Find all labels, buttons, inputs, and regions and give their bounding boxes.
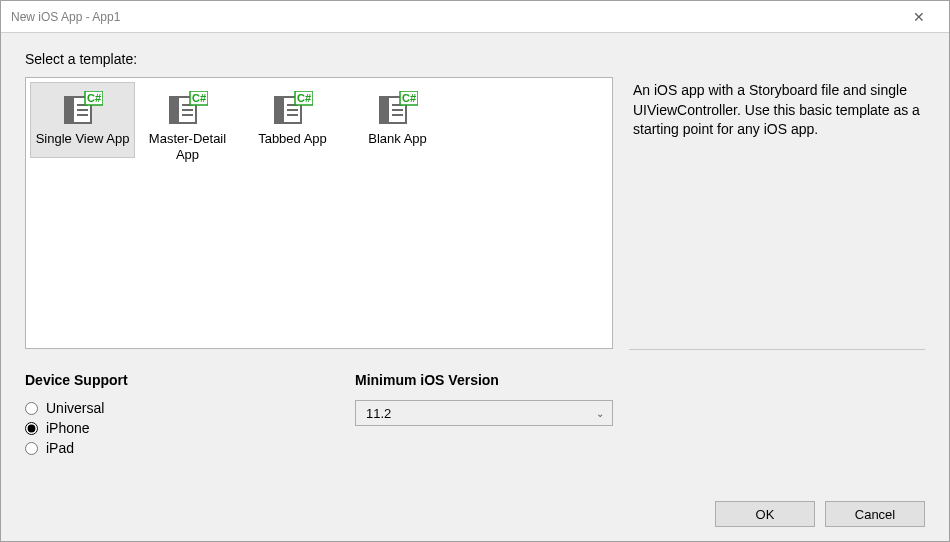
ok-button-label: OK <box>756 507 775 522</box>
dialog-window: New iOS App - App1 ✕ Select a template: … <box>0 0 950 542</box>
template-item[interactable]: C# Master-Detail App <box>135 82 240 175</box>
svg-text:C#: C# <box>86 92 100 104</box>
divider <box>629 349 925 350</box>
csharp-template-icon: C# <box>63 91 103 125</box>
template-item[interactable]: C# Blank App <box>345 82 450 158</box>
template-description: An iOS app with a Storyboard file and si… <box>633 81 925 140</box>
csharp-template-icon: C# <box>63 91 103 125</box>
csharp-template-icon: C# <box>273 91 313 125</box>
min-version-section: Minimum iOS Version 11.2 ⌄ <box>355 372 625 460</box>
main-row: C# Single View App C# Master-Detail App … <box>25 77 925 349</box>
device-support-section: Device Support UniversaliPhoneiPad <box>25 372 315 460</box>
svg-rect-1 <box>65 97 74 123</box>
template-label: Single View App <box>35 131 130 147</box>
device-radio-input[interactable] <box>25 442 38 455</box>
template-label: Tabbed App <box>245 131 340 147</box>
svg-rect-8 <box>170 97 179 123</box>
device-radio-group: UniversaliPhoneiPad <box>25 400 315 460</box>
device-radio-label: iPad <box>46 440 74 456</box>
device-radio-label: iPhone <box>46 420 90 436</box>
csharp-template-icon: C# <box>168 91 208 125</box>
svg-text:C#: C# <box>191 92 205 104</box>
device-radio-input[interactable] <box>25 422 38 435</box>
dialog-content: Select a template: C# Single View App C#… <box>1 33 949 541</box>
template-item[interactable]: C# Single View App <box>30 82 135 158</box>
device-radio-label: Universal <box>46 400 104 416</box>
csharp-template-icon: C# <box>168 91 208 125</box>
min-version-heading: Minimum iOS Version <box>355 372 625 388</box>
csharp-template-icon: C# <box>378 91 418 125</box>
close-button[interactable]: ✕ <box>899 2 939 32</box>
min-version-dropdown[interactable]: 11.2 ⌄ <box>355 400 613 426</box>
csharp-template-icon: C# <box>378 91 418 125</box>
cancel-button-label: Cancel <box>855 507 895 522</box>
svg-text:C#: C# <box>401 92 415 104</box>
options-row: Device Support UniversaliPhoneiPad Minim… <box>25 372 925 460</box>
template-list: C# Single View App C# Master-Detail App … <box>25 77 613 349</box>
svg-text:C#: C# <box>296 92 310 104</box>
close-icon: ✕ <box>913 9 925 25</box>
device-radio-input[interactable] <box>25 402 38 415</box>
device-support-heading: Device Support <box>25 372 315 388</box>
titlebar: New iOS App - App1 ✕ <box>1 1 949 33</box>
dialog-buttons: OK Cancel <box>25 483 925 527</box>
svg-rect-15 <box>275 97 284 123</box>
device-radio-option[interactable]: Universal <box>25 400 315 416</box>
svg-rect-22 <box>380 97 389 123</box>
description-panel: An iOS app with a Storyboard file and si… <box>633 77 925 349</box>
csharp-template-icon: C# <box>273 91 313 125</box>
device-radio-option[interactable]: iPhone <box>25 420 315 436</box>
device-radio-option[interactable]: iPad <box>25 440 315 456</box>
template-item[interactable]: C# Tabbed App <box>240 82 345 158</box>
ok-button[interactable]: OK <box>715 501 815 527</box>
cancel-button[interactable]: Cancel <box>825 501 925 527</box>
prompt-label: Select a template: <box>25 51 925 67</box>
template-label: Blank App <box>350 131 445 147</box>
chevron-down-icon: ⌄ <box>596 408 604 419</box>
template-label: Master-Detail App <box>140 131 235 164</box>
window-title: New iOS App - App1 <box>11 10 120 24</box>
min-version-value: 11.2 <box>366 406 391 421</box>
